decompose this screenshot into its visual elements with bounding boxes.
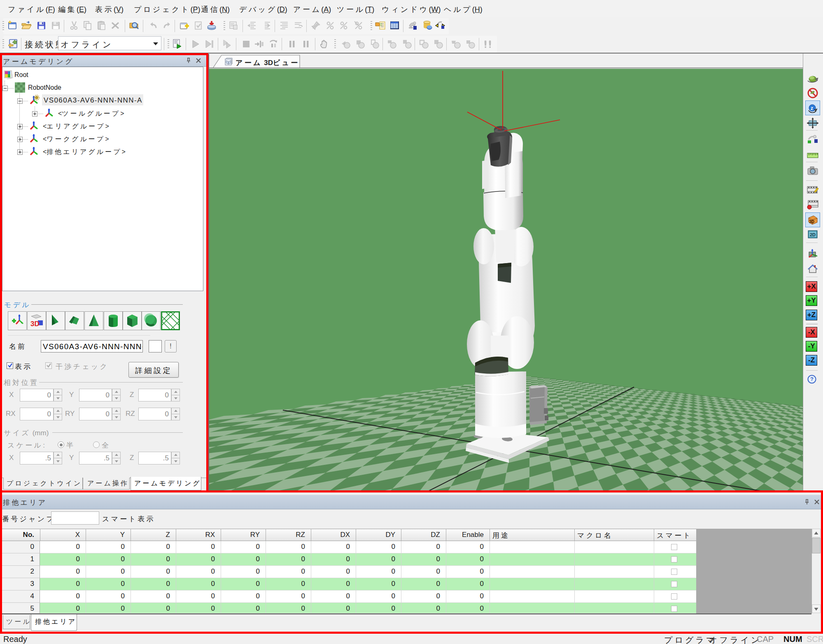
svg-text:2D: 2D xyxy=(810,232,816,237)
svg-text:z: z xyxy=(811,105,813,111)
svg-text:?: ? xyxy=(810,376,814,382)
svg-text:3D: 3D xyxy=(809,219,814,224)
